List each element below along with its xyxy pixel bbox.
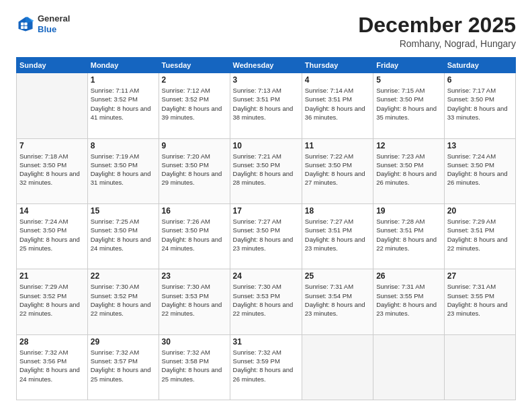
day-info: Sunrise: 7:21 AM Sunset: 3:50 PM Dayligh… bbox=[233, 152, 299, 187]
day-info: Sunrise: 7:24 AM Sunset: 3:50 PM Dayligh… bbox=[19, 217, 85, 253]
day-number: 1 bbox=[91, 75, 156, 85]
day-number: 2 bbox=[162, 75, 227, 85]
calendar-day-header: Friday bbox=[373, 58, 445, 73]
day-number: 3 bbox=[233, 75, 299, 85]
calendar-week-row: 7 Sunrise: 7:18 AM Sunset: 3:50 PM Dayli… bbox=[17, 138, 516, 203]
calendar-day-header: Tuesday bbox=[159, 58, 230, 73]
svg-rect-6 bbox=[24, 26, 27, 28]
day-number: 24 bbox=[233, 271, 299, 281]
day-number: 22 bbox=[91, 271, 156, 281]
day-number: 21 bbox=[19, 271, 85, 281]
calendar-cell: 3 Sunrise: 7:13 AM Sunset: 3:51 PM Dayli… bbox=[230, 73, 302, 138]
calendar-day-header: Saturday bbox=[444, 58, 515, 73]
day-info: Sunrise: 7:18 AM Sunset: 3:50 PM Dayligh… bbox=[19, 152, 85, 187]
calendar-day-header: Sunday bbox=[17, 58, 88, 73]
calendar-cell: 15 Sunrise: 7:25 AM Sunset: 3:50 PM Dayl… bbox=[87, 203, 159, 269]
day-info: Sunrise: 7:31 AM Sunset: 3:54 PM Dayligh… bbox=[305, 282, 370, 318]
day-info: Sunrise: 7:29 AM Sunset: 3:51 PM Dayligh… bbox=[447, 217, 513, 253]
logo: General Blue bbox=[16, 13, 70, 34]
calendar-cell: 9 Sunrise: 7:20 AM Sunset: 3:50 PM Dayli… bbox=[159, 138, 230, 203]
calendar-cell: 2 Sunrise: 7:12 AM Sunset: 3:52 PM Dayli… bbox=[159, 73, 230, 138]
day-number: 14 bbox=[19, 206, 85, 216]
svg-rect-4 bbox=[24, 22, 27, 25]
day-number: 28 bbox=[19, 337, 85, 347]
calendar-cell: 31 Sunrise: 7:32 AM Sunset: 3:59 PM Dayl… bbox=[230, 334, 302, 400]
day-info: Sunrise: 7:26 AM Sunset: 3:50 PM Dayligh… bbox=[162, 217, 227, 253]
calendar-cell: 25 Sunrise: 7:31 AM Sunset: 3:54 PM Dayl… bbox=[302, 269, 373, 334]
calendar-cell: 18 Sunrise: 7:27 AM Sunset: 3:51 PM Dayl… bbox=[302, 203, 373, 269]
day-info: Sunrise: 7:29 AM Sunset: 3:52 PM Dayligh… bbox=[19, 282, 85, 318]
calendar-cell: 5 Sunrise: 7:15 AM Sunset: 3:50 PM Dayli… bbox=[373, 73, 445, 138]
calendar-cell: 7 Sunrise: 7:18 AM Sunset: 3:50 PM Dayli… bbox=[17, 138, 88, 203]
calendar-cell: 11 Sunrise: 7:22 AM Sunset: 3:50 PM Dayl… bbox=[302, 138, 373, 203]
day-info: Sunrise: 7:30 AM Sunset: 3:53 PM Dayligh… bbox=[233, 282, 299, 318]
day-number: 29 bbox=[91, 337, 156, 347]
calendar-cell: 30 Sunrise: 7:32 AM Sunset: 3:58 PM Dayl… bbox=[159, 334, 230, 400]
calendar-cell: 17 Sunrise: 7:27 AM Sunset: 3:50 PM Dayl… bbox=[230, 203, 302, 269]
calendar-table: SundayMondayTuesdayWednesdayThursdayFrid… bbox=[16, 57, 516, 400]
day-info: Sunrise: 7:12 AM Sunset: 3:52 PM Dayligh… bbox=[162, 86, 227, 122]
day-number: 8 bbox=[91, 141, 156, 150]
calendar-cell: 12 Sunrise: 7:23 AM Sunset: 3:50 PM Dayl… bbox=[373, 138, 445, 203]
calendar-cell: 29 Sunrise: 7:32 AM Sunset: 3:57 PM Dayl… bbox=[87, 334, 159, 400]
day-info: Sunrise: 7:28 AM Sunset: 3:51 PM Dayligh… bbox=[376, 217, 441, 253]
calendar-cell: 28 Sunrise: 7:32 AM Sunset: 3:56 PM Dayl… bbox=[17, 334, 88, 400]
day-info: Sunrise: 7:32 AM Sunset: 3:58 PM Dayligh… bbox=[162, 348, 227, 383]
day-number: 19 bbox=[376, 206, 441, 216]
day-info: Sunrise: 7:30 AM Sunset: 3:52 PM Dayligh… bbox=[91, 282, 156, 318]
day-info: Sunrise: 7:19 AM Sunset: 3:50 PM Dayligh… bbox=[91, 152, 156, 187]
calendar-day-header: Wednesday bbox=[230, 58, 302, 73]
logo-general: General bbox=[38, 13, 70, 24]
title-block: December 2025 Romhany, Nograd, Hungary bbox=[358, 13, 516, 49]
day-number: 15 bbox=[91, 206, 156, 216]
day-number: 4 bbox=[305, 75, 370, 85]
day-number: 7 bbox=[19, 141, 85, 150]
calendar-cell: 8 Sunrise: 7:19 AM Sunset: 3:50 PM Dayli… bbox=[87, 138, 159, 203]
day-info: Sunrise: 7:11 AM Sunset: 3:52 PM Dayligh… bbox=[91, 86, 156, 122]
calendar-cell: 21 Sunrise: 7:29 AM Sunset: 3:52 PM Dayl… bbox=[17, 269, 88, 334]
calendar-cell: 26 Sunrise: 7:31 AM Sunset: 3:55 PM Dayl… bbox=[373, 269, 445, 334]
logo-icon bbox=[16, 15, 35, 34]
day-number: 31 bbox=[233, 337, 299, 347]
page: General Blue December 2025 Romhany, Nogr… bbox=[0, 0, 532, 411]
day-info: Sunrise: 7:25 AM Sunset: 3:50 PM Dayligh… bbox=[91, 217, 156, 253]
calendar-cell: 4 Sunrise: 7:14 AM Sunset: 3:51 PM Dayli… bbox=[302, 73, 373, 138]
calendar-cell bbox=[17, 73, 88, 138]
day-number: 20 bbox=[447, 206, 513, 216]
day-info: Sunrise: 7:32 AM Sunset: 3:57 PM Dayligh… bbox=[91, 348, 156, 383]
subtitle: Romhany, Nograd, Hungary bbox=[358, 38, 516, 49]
calendar-cell: 22 Sunrise: 7:30 AM Sunset: 3:52 PM Dayl… bbox=[87, 269, 159, 334]
calendar-cell: 27 Sunrise: 7:31 AM Sunset: 3:55 PM Dayl… bbox=[444, 269, 515, 334]
month-title: December 2025 bbox=[358, 13, 516, 37]
calendar-cell: 16 Sunrise: 7:26 AM Sunset: 3:50 PM Dayl… bbox=[159, 203, 230, 269]
day-number: 9 bbox=[162, 141, 227, 150]
day-number: 6 bbox=[447, 75, 513, 85]
day-info: Sunrise: 7:32 AM Sunset: 3:59 PM Dayligh… bbox=[233, 348, 299, 383]
calendar-cell: 24 Sunrise: 7:30 AM Sunset: 3:53 PM Dayl… bbox=[230, 269, 302, 334]
day-info: Sunrise: 7:20 AM Sunset: 3:50 PM Dayligh… bbox=[162, 152, 227, 187]
svg-rect-3 bbox=[21, 22, 24, 25]
calendar-day-header: Thursday bbox=[302, 58, 373, 73]
calendar-header-row: SundayMondayTuesdayWednesdayThursdayFrid… bbox=[17, 58, 516, 73]
calendar-cell: 23 Sunrise: 7:30 AM Sunset: 3:53 PM Dayl… bbox=[159, 269, 230, 334]
day-info: Sunrise: 7:23 AM Sunset: 3:50 PM Dayligh… bbox=[376, 152, 441, 187]
day-number: 10 bbox=[233, 141, 299, 150]
day-number: 12 bbox=[376, 141, 441, 150]
calendar-cell: 20 Sunrise: 7:29 AM Sunset: 3:51 PM Dayl… bbox=[444, 203, 515, 269]
day-number: 27 bbox=[447, 271, 513, 281]
day-number: 26 bbox=[376, 271, 441, 281]
day-info: Sunrise: 7:27 AM Sunset: 3:51 PM Dayligh… bbox=[305, 217, 370, 253]
calendar-cell: 6 Sunrise: 7:17 AM Sunset: 3:50 PM Dayli… bbox=[444, 73, 515, 138]
calendar-cell: 10 Sunrise: 7:21 AM Sunset: 3:50 PM Dayl… bbox=[230, 138, 302, 203]
day-info: Sunrise: 7:30 AM Sunset: 3:53 PM Dayligh… bbox=[162, 282, 227, 318]
logo-text: General Blue bbox=[38, 13, 70, 34]
day-number: 5 bbox=[376, 75, 441, 85]
calendar-cell bbox=[373, 334, 445, 400]
svg-rect-5 bbox=[21, 26, 24, 28]
day-number: 13 bbox=[447, 141, 513, 150]
calendar-cell bbox=[302, 334, 373, 400]
calendar-week-row: 14 Sunrise: 7:24 AM Sunset: 3:50 PM Dayl… bbox=[17, 203, 516, 269]
day-info: Sunrise: 7:24 AM Sunset: 3:50 PM Dayligh… bbox=[447, 152, 513, 187]
calendar-cell bbox=[444, 334, 515, 400]
calendar-cell: 19 Sunrise: 7:28 AM Sunset: 3:51 PM Dayl… bbox=[373, 203, 445, 269]
